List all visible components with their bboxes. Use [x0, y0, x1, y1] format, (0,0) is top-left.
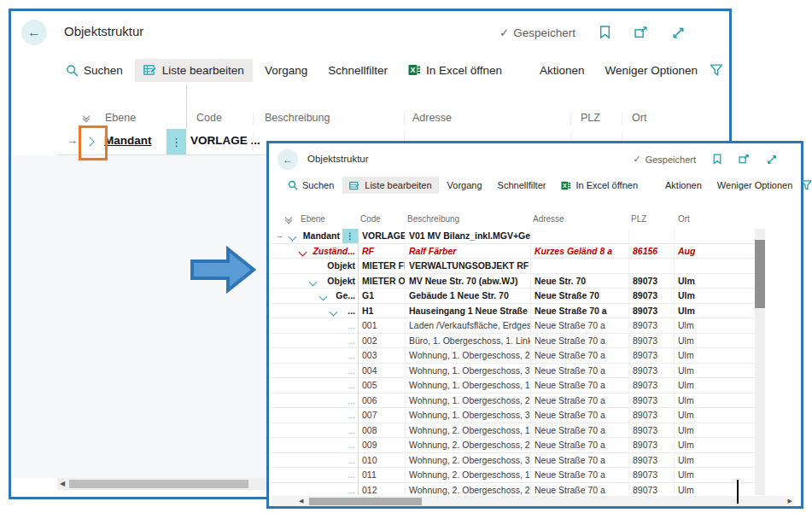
scroll-left-icon[interactable]: ◀ — [299, 498, 303, 504]
ort-cell[interactable]: Ulm — [675, 318, 755, 333]
code-cell[interactable]: 007 — [359, 408, 406, 423]
filter-button[interactable] — [710, 64, 723, 76]
column-header-ebene[interactable]: Ebene — [105, 112, 136, 124]
plz-cell[interactable]: 89073 — [629, 378, 675, 393]
adresse-cell[interactable]: Neue Straße 70 a — [531, 483, 629, 496]
weniger-optionen-button[interactable]: Weniger Optionen — [597, 59, 707, 82]
code-cell[interactable]: G1 — [359, 289, 406, 303]
ort-cell[interactable]: Ulm — [675, 438, 755, 452]
ort-cell[interactable]: Aug — [675, 244, 755, 259]
edit-list-button[interactable]: Liste bearbeiten — [342, 177, 438, 194]
table-row[interactable]: → ... 007 Wohnung, 1. Obergeschoss, 3. .… — [272, 408, 755, 423]
tree-expand-icon[interactable] — [289, 233, 297, 242]
beschreibung-cell[interactable]: Wohnung, 1. Obergeschoss, 3. ... — [406, 364, 531, 378]
ort-cell[interactable]: Ulm — [675, 274, 755, 289]
adresse-cell[interactable]: Kurzes Geländ 8 a — [531, 244, 629, 259]
code-cell[interactable]: VORLAGE ... — [359, 229, 406, 243]
back-button[interactable]: ← — [21, 20, 47, 45]
ebene-cell[interactable]: ... — [288, 438, 359, 452]
ort-cell[interactable]: Ulm — [675, 289, 755, 303]
code-cell[interactable]: H1 — [359, 304, 406, 318]
plz-cell[interactable]: 89073 — [629, 393, 675, 408]
code-cell[interactable]: RF — [359, 244, 406, 259]
ebene-cell[interactable]: ... — [288, 408, 359, 423]
expand-resize-icon[interactable] — [672, 26, 685, 39]
aktionen-menu[interactable]: Aktionen — [658, 177, 709, 194]
table-row[interactable]: → Ge... G1 Gebäude 1 Neue Str. 70 Neue S… — [272, 289, 755, 304]
plz-cell[interactable]: 89073 — [629, 408, 675, 423]
code-cell[interactable]: 001 — [359, 318, 406, 333]
collapse-all-icon[interactable] — [286, 215, 291, 223]
code-cell[interactable]: 003 — [359, 348, 406, 363]
code-cell[interactable]: 008 — [359, 423, 406, 438]
table-row[interactable]: → ... 001 Laden /Verkaufsfläche, Erdgesc… — [272, 318, 755, 334]
schnellfilter-menu[interactable]: Schnellfilter — [319, 59, 396, 82]
open-in-excel-button[interactable]: X In Excel öffnen — [554, 177, 645, 194]
code-cell[interactable]: 012 — [359, 483, 406, 496]
vorgang-menu[interactable]: Vorgang — [256, 59, 316, 82]
beschreibung-cell[interactable]: Ralf Färber — [406, 244, 531, 259]
ebene-cell[interactable]: Ge... — [288, 289, 359, 303]
adresse-cell[interactable]: Neue Straße 70 a — [531, 378, 629, 393]
column-header-plz[interactable]: PLZ — [631, 214, 646, 224]
beschreibung-cell[interactable]: Hauseingang 1 Neue Straße ... — [406, 304, 531, 318]
plz-cell[interactable]: 89073 — [629, 334, 675, 348]
table-row[interactable]: → ... 008 Wohnung, 2. Obergeschoss, 1. .… — [272, 423, 755, 439]
ebene-cell[interactable]: ... — [288, 378, 359, 393]
beschreibung-cell[interactable]: VERWALTUNGSOBJEKT RF — [406, 259, 531, 273]
bookmark-icon[interactable] — [713, 154, 721, 165]
adresse-cell[interactable]: Neue Straße 70 a — [531, 438, 629, 452]
ort-cell[interactable]: Ulm — [675, 304, 755, 318]
tree-expand-icon[interactable] — [319, 293, 328, 301]
column-header-beschreibung[interactable]: Beschreibung — [407, 214, 459, 224]
code-cell[interactable]: 011 — [359, 468, 406, 482]
back-button[interactable]: ← — [277, 149, 298, 170]
beschreibung-cell[interactable]: Wohnung, 1. Obergeschoss, 2. ... — [406, 348, 531, 363]
adresse-cell[interactable]: Neue Straße 70 a — [531, 423, 629, 438]
ebene-cell[interactable]: ... — [288, 348, 359, 363]
table-row[interactable]: → Zuständ... RF Ralf Färber Kurzes Gelän… — [272, 244, 755, 259]
plz-cell[interactable]: 89073 — [629, 468, 675, 482]
horizontal-scrollbar[interactable]: ◀ ▶ — [272, 496, 794, 506]
column-header-beschreibung[interactable]: Beschreibung — [265, 112, 330, 124]
adresse-cell[interactable] — [531, 229, 629, 243]
search-button[interactable]: Suchen — [57, 59, 131, 82]
column-header-adresse[interactable]: Adresse — [533, 214, 564, 224]
table-row[interactable]: → ... 005 Wohnung, 1. Obergeschoss, 1. .… — [272, 378, 755, 393]
ebene-cell[interactable]: Objekt — [288, 259, 359, 273]
adresse-cell[interactable]: Neue Straße 70 a — [531, 468, 629, 482]
plz-cell[interactable]: 89073 — [629, 304, 675, 318]
plz-cell[interactable]: 89073 — [629, 364, 675, 378]
column-header-code[interactable]: Code — [196, 112, 222, 124]
table-row[interactable]: → ... H1 Hauseingang 1 Neue Straße ... N… — [272, 304, 755, 319]
ort-cell[interactable]: Ulm — [675, 453, 755, 468]
table-row[interactable]: → ... 004 Wohnung, 1. Obergeschoss, 3. .… — [272, 364, 755, 379]
adresse-cell[interactable]: Neue Straße 70 a — [531, 408, 629, 423]
ort-cell[interactable]: Ulm — [675, 408, 755, 423]
edit-list-button[interactable]: Liste bearbeiten — [135, 59, 253, 82]
ebene-cell[interactable]: ... — [288, 468, 359, 482]
plz-cell[interactable] — [629, 259, 675, 273]
table-row[interactable]: → ... 009 Wohnung, 2. Obergeschoss, 2. .… — [272, 438, 755, 453]
adresse-cell[interactable]: Neue Str. 70 — [531, 274, 629, 289]
ebene-cell[interactable]: Mandant — [104, 134, 152, 147]
code-cell[interactable]: 010 — [359, 453, 406, 468]
tree-expand-icon[interactable] — [299, 248, 307, 256]
beschreibung-cell[interactable]: Wohnung, 2. Obergeschoss, 2. — [406, 483, 531, 496]
table-row[interactable]: → ... 010 Wohnung, 2. Obergeschoss, 3. .… — [272, 453, 755, 469]
beschreibung-cell[interactable]: Büro, 1. Obergeschoss, 1. Links ... — [406, 334, 531, 348]
code-cell[interactable]: 005 — [359, 378, 406, 393]
adresse-cell[interactable]: Neue Straße 70 a — [531, 364, 629, 378]
beschreibung-cell[interactable]: Wohnung, 2. Obergeschoss, 1. ... — [406, 468, 531, 482]
adresse-cell[interactable]: Neue Straße 70 a — [531, 304, 629, 318]
plz-cell[interactable]: 89073 — [629, 453, 675, 468]
ort-cell[interactable]: Ulm — [675, 393, 755, 408]
ort-cell[interactable]: Ulm — [675, 483, 755, 496]
ort-cell[interactable]: Ulm — [675, 334, 755, 348]
ebene-cell[interactable]: Objekt — [288, 274, 359, 289]
adresse-cell[interactable]: Neue Straße 70 a — [531, 318, 629, 333]
ebene-cell[interactable]: ... — [288, 393, 359, 408]
table-row[interactable]: → Objekt MIETER O... MV Neue Str. 70 (ab… — [272, 274, 755, 289]
code-cell[interactable]: 002 — [359, 334, 406, 348]
ort-cell[interactable]: Ulm — [675, 423, 755, 438]
